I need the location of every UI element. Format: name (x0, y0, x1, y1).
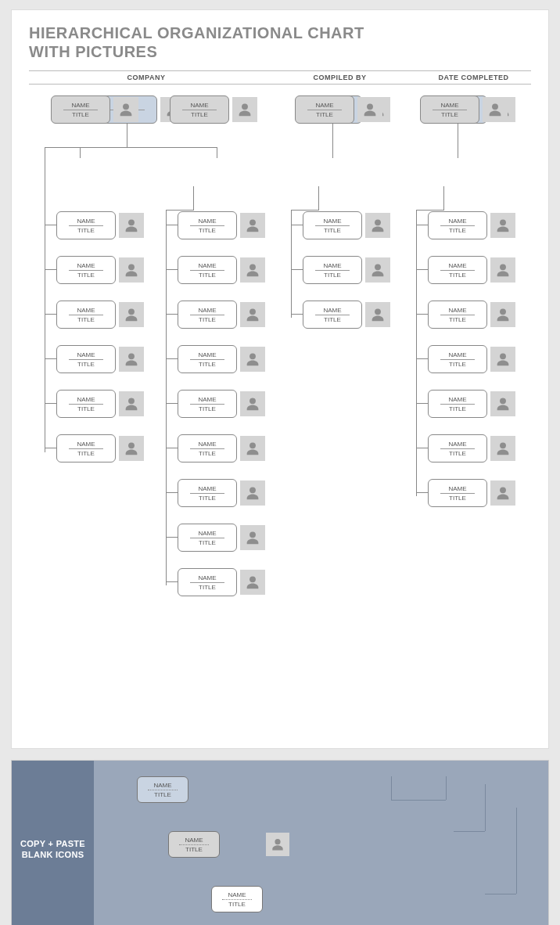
sample-white-card[interactable]: NAMETITLE (211, 886, 263, 912)
card: NAMETITLE (303, 301, 362, 329)
sample-connector[interactable] (446, 776, 447, 800)
org-node-b-child-3[interactable]: NAMETITLE (178, 345, 265, 373)
connector (166, 314, 178, 315)
page-title: HIERARCHICAL ORGANIZATIONAL CHART WITH P… (29, 24, 531, 61)
connector (166, 448, 178, 448)
name: NAME (198, 396, 216, 403)
title: TITLE (324, 272, 341, 279)
divider (440, 448, 475, 449)
org-node-d-child-2[interactable]: NAMETITLE (428, 301, 515, 329)
card: NAMETITLE (56, 211, 116, 239)
divider (69, 270, 103, 271)
divider (440, 315, 475, 315)
sample-blue-card[interactable]: NAMETITLE (137, 776, 188, 803)
avatar-icon (490, 257, 515, 283)
org-node-d-child-3[interactable]: NAMETITLE (428, 345, 515, 373)
org-node-d-child-6[interactable]: NAMETITLE (428, 479, 515, 507)
header-row: COMPANY COMPILED BY DATE COMPLETED (29, 70, 531, 85)
name: NAME (198, 485, 216, 492)
sample-connector[interactable] (485, 784, 486, 831)
org-node-mgr-a[interactable]: NAMETITLE (51, 95, 138, 124)
title: TITLE (449, 495, 466, 502)
avatar-icon (240, 391, 265, 416)
sample-grey-card[interactable]: NAMETITLE (168, 831, 220, 858)
cp-line1: COPY + PASTE (20, 839, 85, 848)
card: NAMETITLE (178, 256, 237, 284)
card: NAMETITLE (178, 434, 237, 462)
title: TITLE (441, 111, 458, 118)
name: NAME (198, 262, 216, 269)
divider (190, 359, 224, 360)
org-node-a-child-2[interactable]: NAMETITLE (56, 301, 144, 329)
org-node-b-child-6[interactable]: NAMETITLE (178, 479, 265, 507)
connector (332, 124, 333, 158)
avatar-icon (240, 480, 265, 506)
connector (416, 492, 428, 493)
connector (291, 210, 319, 211)
divider (69, 225, 103, 226)
org-node-c-child-1[interactable]: NAMETITLE (303, 256, 390, 284)
org-node-d-child-4[interactable]: NAMETITLE (428, 390, 515, 418)
org-node-a-child-4[interactable]: NAMETITLE (56, 390, 144, 418)
divider (315, 225, 350, 226)
org-node-c-child-0[interactable]: NAMETITLE (303, 211, 390, 239)
name: NAME (440, 102, 458, 109)
connector (416, 448, 428, 448)
sample-connector[interactable] (516, 808, 517, 894)
sample-connector[interactable] (485, 894, 516, 894)
org-node-d-child-1[interactable]: NAMETITLE (428, 256, 515, 284)
connector (193, 186, 194, 210)
name: NAME (448, 262, 466, 269)
org-node-c-child-2[interactable]: NAMETITLE (303, 301, 390, 329)
sample-avatar-icon[interactable] (266, 833, 289, 856)
org-node-a-child-5[interactable]: NAMETITLE (56, 434, 144, 462)
org-node-b-child-2[interactable]: NAMETITLE (178, 301, 265, 329)
connector (45, 147, 45, 452)
avatar-icon (119, 347, 144, 372)
org-node-b-child-7[interactable]: NAMETITLE (178, 524, 265, 552)
org-node-b-child-0[interactable]: NAMETITLE (178, 211, 265, 239)
card: NAMETITLE (178, 479, 237, 507)
org-node-mgr-b[interactable]: NAMETITLE (170, 95, 257, 124)
connector (80, 147, 81, 158)
avatar-icon (490, 480, 515, 506)
org-node-b-child-1[interactable]: NAMETITLE (178, 256, 265, 284)
sample-connector[interactable] (391, 800, 446, 801)
title: TITLE (77, 405, 95, 412)
org-node-a-child-3[interactable]: NAMETITLE (56, 345, 144, 373)
org-node-b-child-4[interactable]: NAMETITLE (178, 390, 265, 418)
connector (45, 448, 56, 448)
cp-line2: BLANK ICONS (22, 850, 84, 859)
connector (318, 186, 319, 210)
title: TITLE (199, 405, 216, 412)
title: TITLE (449, 450, 466, 457)
card: NAMETITLE (56, 390, 116, 418)
org-node-a-child-1[interactable]: NAMETITLE (56, 256, 144, 284)
org-node-mgr-c[interactable]: NAMETITLE (295, 95, 382, 124)
org-node-d-child-5[interactable]: NAMETITLE (428, 434, 515, 462)
header-company: COMPANY (29, 74, 264, 81)
sample-connector[interactable] (454, 831, 485, 832)
title: TITLE (324, 227, 341, 234)
divider (69, 359, 103, 360)
name: NAME (315, 102, 333, 109)
divider (440, 404, 475, 405)
title: TITLE (77, 272, 95, 279)
avatar-icon (490, 347, 515, 372)
org-node-mgr-d[interactable]: NAMETITLE (420, 95, 508, 124)
connector (45, 403, 56, 404)
card: NAMETITLE (428, 301, 487, 329)
org-node-a-child-0[interactable]: NAMETITLE (56, 211, 144, 239)
name: NAME (198, 218, 216, 225)
divider (440, 359, 475, 360)
sample-connector[interactable] (391, 776, 392, 800)
org-node-b-child-8[interactable]: NAMETITLE (178, 568, 265, 596)
name: NAME (198, 441, 216, 448)
avatar-icon (119, 213, 144, 238)
org-node-b-child-5[interactable]: NAMETITLE (178, 434, 265, 462)
org-node-d-child-0[interactable]: NAMETITLE (428, 211, 515, 239)
connector (166, 269, 178, 270)
avatar-icon (357, 97, 382, 122)
card: NAMETITLE (178, 211, 237, 239)
divider (179, 844, 209, 845)
